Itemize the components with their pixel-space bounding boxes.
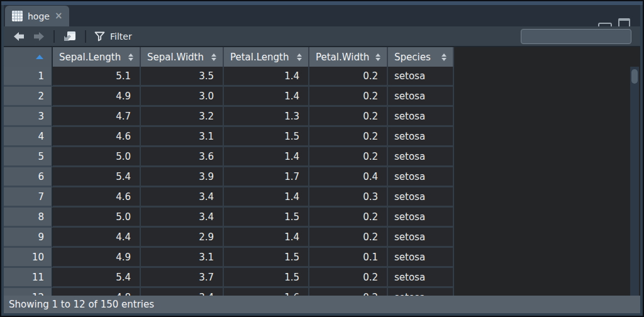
row-number: 4 [4,127,53,147]
cell: setosa [388,147,454,167]
cell: 1.5 [224,127,309,147]
cell: setosa [388,67,454,87]
cell: 0.1 [309,248,388,268]
cell: 0.3 [309,187,388,208]
cell: 1.4 [224,228,309,248]
cell: 4.8 [53,288,141,296]
table-row: 124.83.41.60.2setosa [4,288,454,296]
cell: 3.4 [141,208,224,228]
column-header-sepal-width[interactable]: Sepal.Width [141,47,224,67]
row-number: 2 [4,87,53,107]
cell: 4.9 [53,87,141,107]
cell: 1.7 [224,167,309,187]
column-header-petal-length[interactable]: Petal.Length [224,47,309,67]
table-row: 104.93.11.50.1setosa [4,248,454,268]
column-header-label: Petal.Width [316,52,369,63]
cell: setosa [388,187,454,208]
cell: 0.2 [309,107,388,127]
vertical-scrollbar-thumb[interactable] [631,69,638,84]
cell: 3.4 [141,187,224,208]
cell: 2.9 [141,228,224,248]
row-number: 11 [4,268,53,288]
cell: 1.5 [224,208,309,228]
row-number: 8 [4,208,53,228]
cell: 1.3 [224,107,309,127]
cell: 0.2 [309,87,388,107]
cell: 4.4 [53,228,141,248]
search-input[interactable] [529,31,638,42]
cell: 3.5 [141,67,224,87]
table-viewport: Sepal.LengthSepal.WidthPetal.LengthPetal… [4,47,640,296]
row-number: 12 [4,288,53,296]
toolbar: Filter [4,26,640,47]
row-number: 10 [4,248,53,268]
forward-arrow-icon [33,31,45,42]
cell: 3.9 [141,167,224,187]
cell: setosa [388,87,454,107]
column-header-petal-width[interactable]: Petal.Width [309,47,388,67]
tab-hoge[interactable]: hoge × [5,6,69,26]
vertical-scrollbar-track[interactable] [630,67,639,296]
cell: 0.4 [309,167,388,187]
cell: 4.6 [53,187,141,208]
forward-button[interactable] [29,28,49,45]
table-body: 15.13.51.40.2setosa24.93.01.40.2setosa34… [4,67,454,296]
column-header-label: Species [394,52,431,63]
cell: 0.2 [309,127,388,147]
cell: 0.2 [309,288,388,296]
cell: 1.6 [224,288,309,296]
cell: 4.9 [53,248,141,268]
cell: 1.4 [224,147,309,167]
cell: setosa [388,107,454,127]
sort-toggle-icon [297,53,302,61]
cell: setosa [388,288,454,296]
row-number: 1 [4,67,53,87]
row-number: 3 [4,107,53,127]
cell: 3.2 [141,107,224,127]
open-in-new-window-button[interactable] [59,28,80,45]
column-header-species[interactable]: Species [388,47,454,67]
cell: 5.4 [53,268,141,288]
column-header-sepal-length[interactable]: Sepal.Length [53,47,141,67]
cell: setosa [388,167,454,187]
cell: 5.1 [53,67,141,87]
sort-toggle-icon [441,53,447,61]
cell: 3.1 [141,248,224,268]
column-header-label: Petal.Length [230,52,289,63]
cell: 1.5 [224,248,309,268]
cell: setosa [388,268,454,288]
cell: 0.2 [309,228,388,248]
row-number-column-header[interactable] [4,47,53,67]
table-row: 94.42.91.40.2setosa [4,228,454,248]
back-arrow-icon [13,31,25,42]
table-header-row: Sepal.LengthSepal.WidthPetal.LengthPetal… [4,47,454,67]
cell: 0.2 [309,147,388,167]
cell: 3.1 [141,127,224,147]
filter-funnel-icon [94,31,105,42]
tab-title: hoge [28,11,50,21]
cell: 5.0 [53,147,141,167]
filter-button-label: Filter [110,31,132,42]
filter-button[interactable]: Filter [91,28,136,45]
tab-close-icon[interactable]: × [55,11,63,21]
cell: 3.6 [141,147,224,167]
sort-ascending-icon [36,55,43,59]
table-row: 24.93.01.40.2setosa [4,87,454,107]
row-number: 9 [4,228,53,248]
entries-status-text: Showing 1 to 12 of 150 entries [9,299,154,310]
back-button[interactable] [9,28,29,45]
cell: 5.0 [53,208,141,228]
sort-toggle-icon [211,53,216,61]
table-row: 15.13.51.40.2setosa [4,67,454,87]
cell: 0.2 [309,208,388,228]
search-box[interactable] [521,29,631,44]
status-bar: Showing 1 to 12 of 150 entries [4,296,640,313]
cell: 5.4 [53,167,141,187]
table-row: 65.43.91.70.4setosa [4,167,454,187]
cell: 1.4 [224,187,309,208]
row-number: 7 [4,187,53,208]
table-row: 55.03.61.40.2setosa [4,147,454,167]
column-header-label: Sepal.Width [147,52,204,63]
cell: 0.2 [309,67,388,87]
cell: setosa [388,228,454,248]
